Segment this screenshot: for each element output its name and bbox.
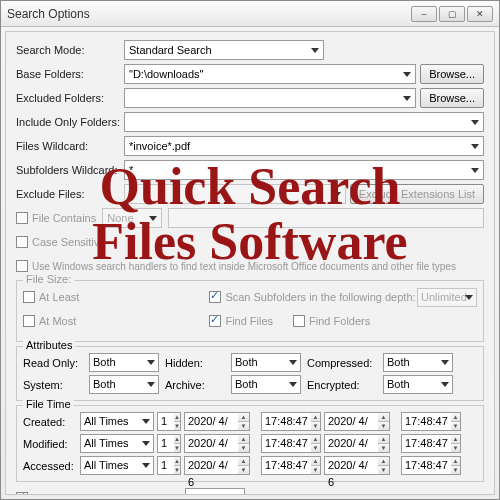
browse-base-button[interactable]: Browse...: [420, 64, 484, 84]
minimize-button[interactable]: –: [411, 6, 437, 22]
exclude-files-label: Exclude Files:: [16, 188, 124, 200]
created-mode[interactable]: All Times: [80, 412, 154, 431]
accessed-date2[interactable]: 2020/ 4/ 6: [324, 456, 378, 475]
find-files-label: Find Files: [225, 315, 273, 327]
close-window-button[interactable]: ✕: [467, 6, 493, 22]
include-only-input[interactable]: [124, 112, 484, 132]
filesize-group: File Size: At Least At Most Scan Sub: [16, 280, 484, 342]
modified-label: Modified:: [23, 438, 77, 450]
created-num[interactable]: 1: [157, 412, 174, 431]
modified-mode[interactable]: All Times: [80, 434, 154, 453]
archive-select[interactable]: Both: [231, 375, 301, 394]
subfolders-wildcard-label: Subfolders Wildcard:: [16, 164, 124, 176]
accessed-mode[interactable]: All Times: [80, 456, 154, 475]
contains-mode-select: None: [102, 208, 162, 228]
find-folders-label: Find Folders: [309, 315, 370, 327]
encrypted-select[interactable]: Both: [383, 375, 453, 394]
accessed-label: Accessed:: [23, 460, 77, 472]
encrypted-label: Encrypted:: [307, 379, 377, 391]
depth-select: Unlimited: [417, 288, 477, 307]
stop-after-checkbox[interactable]: [16, 492, 28, 495]
exclude-files-input: [124, 184, 346, 204]
content-panel: Search Mode: Standard Search Base Folder…: [5, 31, 495, 495]
files-wildcard-input[interactable]: *invoice*.pdf: [124, 136, 484, 156]
modified-date2[interactable]: 2020/ 4/ 6: [324, 434, 378, 453]
at-most-label: At Most: [39, 315, 76, 327]
modified-num[interactable]: 1: [157, 434, 174, 453]
window-title: Search Options: [7, 7, 409, 21]
accessed-time1[interactable]: 17:48:47: [261, 456, 311, 475]
excluded-folders-input[interactable]: [124, 88, 416, 108]
at-least-checkbox: [23, 291, 35, 303]
system-label: System:: [23, 379, 83, 391]
hidden-label: Hidden:: [165, 357, 225, 369]
file-contains-label: File Contains: [32, 212, 96, 224]
files-wildcard-label: Files Wildcard:: [16, 140, 124, 152]
case-sensitive-checkbox: [16, 236, 28, 248]
created-spin[interactable]: ▲▼: [174, 412, 181, 431]
created-date1[interactable]: 2020/ 4/ 6: [184, 412, 238, 431]
files-suffix: Files: [251, 492, 274, 495]
case-sensitive-label: Case Sensitive: [32, 236, 105, 248]
modified-date1[interactable]: 2020/ 4/ 6: [184, 434, 238, 453]
system-select[interactable]: Both: [89, 375, 159, 394]
exclude-extensions-button: Exclude Extensions List: [350, 184, 484, 204]
accessed-time2[interactable]: 17:48:47: [401, 456, 451, 475]
include-only-label: Include Only Folders:: [16, 116, 124, 128]
readonly-label: Read Only:: [23, 357, 83, 369]
subfolders-wildcard-input[interactable]: *: [124, 160, 484, 180]
filetime-group-label: File Time: [23, 398, 74, 410]
hidden-select[interactable]: Both: [231, 353, 301, 372]
base-folders-label: Base Folders:: [16, 68, 124, 80]
scan-depth-label: Scan Subfolders in the following depth:: [225, 291, 417, 303]
base-folders-input[interactable]: "D:\downloads": [124, 64, 416, 84]
attributes-group-label: Attributes: [23, 339, 75, 351]
at-least-label: At Least: [39, 291, 79, 303]
browse-excluded-button[interactable]: Browse...: [420, 88, 484, 108]
archive-label: Archive:: [165, 379, 225, 391]
maximize-button[interactable]: ▢: [439, 6, 465, 22]
stop-after-label: Stop the search after finding...: [32, 492, 179, 495]
windows-handlers-checkbox: [16, 260, 28, 272]
find-folders-checkbox: [293, 315, 305, 327]
modified-time2[interactable]: 17:48:47: [401, 434, 451, 453]
modified-time1[interactable]: 17:48:47: [261, 434, 311, 453]
accessed-date1[interactable]: 2020/ 4/ 6: [184, 456, 238, 475]
created-label: Created:: [23, 416, 77, 428]
file-contains-checkbox: [16, 212, 28, 224]
contains-text-input: [168, 208, 484, 228]
search-mode-label: Search Mode:: [16, 44, 124, 56]
compressed-select[interactable]: Both: [383, 353, 453, 372]
created-time2[interactable]: 17:48:47: [401, 412, 451, 431]
filetime-group: File Time Created: All Times 1▲▼ 2020/ 4…: [16, 405, 484, 482]
readonly-select[interactable]: Both: [89, 353, 159, 372]
compressed-label: Compressed:: [307, 357, 377, 369]
excluded-folders-label: Excluded Folders:: [16, 92, 124, 104]
titlebar: Search Options – ▢ ✕: [1, 1, 499, 27]
windows-handlers-label: Use Windows search handlers to find text…: [32, 261, 456, 272]
filesize-group-label: File Size:: [23, 273, 74, 285]
accessed-num[interactable]: 1: [157, 456, 174, 475]
scan-depth-checkbox: [209, 291, 221, 303]
search-options-window: Search Options – ▢ ✕ Search Mode: Standa…: [0, 0, 500, 500]
at-most-checkbox: [23, 315, 35, 327]
attributes-group: Attributes Read Only: Both Hidden: Both …: [16, 346, 484, 401]
created-date2[interactable]: 2020/ 4/ 6: [324, 412, 378, 431]
created-time1[interactable]: 17:48:47: [261, 412, 311, 431]
search-mode-select[interactable]: Standard Search: [124, 40, 324, 60]
find-files-checkbox: [209, 315, 221, 327]
